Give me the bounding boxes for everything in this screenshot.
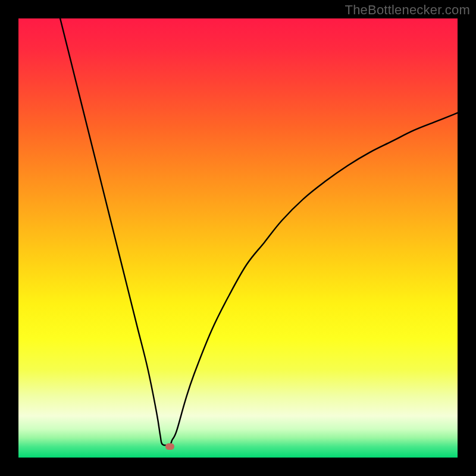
chart-frame: TheBottlenecker.com [0, 0, 476, 476]
bottleneck-curve [18, 18, 458, 458]
watermark-text: TheBottlenecker.com [345, 2, 470, 18]
optimal-marker [165, 443, 174, 450]
plot-area [18, 18, 458, 458]
